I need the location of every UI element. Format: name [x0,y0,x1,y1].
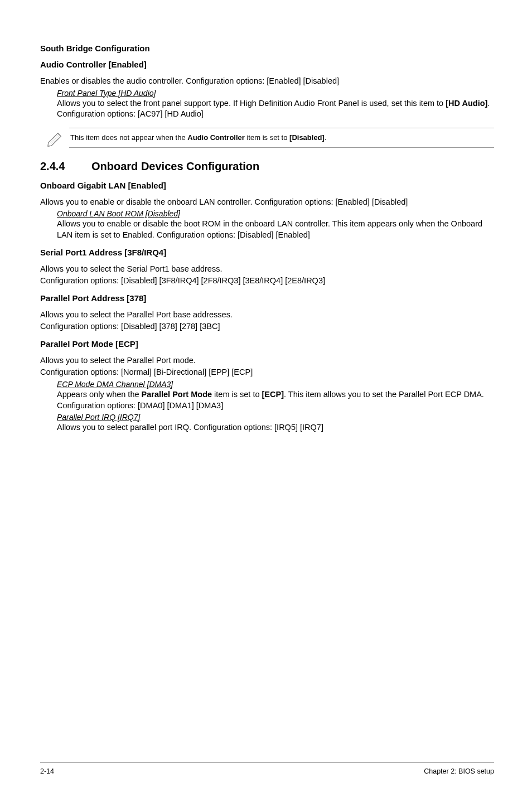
footer-chapter-label: Chapter 2: BIOS setup [424,767,494,775]
text-fragment: Appears only when the [57,390,142,399]
text-fragment: This item does not appear when the [70,133,187,142]
heading-serial-port1: Serial Port1 Address [3F8/IRQ4] [40,248,494,257]
pencil-icon [40,128,69,148]
heading-audio-controller: Audio Controller [Enabled] [40,60,494,69]
text-fragment: . [325,133,327,142]
note-text: This item does not appear when the Audio… [69,128,494,148]
text-fragment: item is set to [245,133,289,142]
paragraph-parallel-mode-b: Configuration options: [Normal] [Bi-Dire… [40,367,494,378]
paragraph-onboard-lan-boot-rom: Allows you to enable or disable the boot… [57,219,494,240]
heading-onboard-lan: Onboard Gigabit LAN [Enabled] [40,181,494,190]
note-block: This item does not appear when the Audio… [40,128,494,148]
svg-line-4 [51,136,61,143]
label-front-panel-type: Front Panel Type [HD Audio] [57,89,156,98]
paragraph-serial-port1-b: Configuration options: [Disabled] [3F8/I… [40,276,494,287]
paragraph-parallel-mode-a: Allows you to select the Parallel Port m… [40,355,494,366]
svg-line-2 [50,134,59,141]
paragraph-parallel-addr-b: Configuration options: [Disabled] [378] … [40,321,494,332]
text-bold: Parallel Port Mode [142,390,212,399]
section-heading: 2.4.4 Onboard Devices Configuration [40,160,494,173]
label-ecp-mode-dma: ECP Mode DMA Channel [DMA3] [57,380,173,389]
label-onboard-lan-boot-rom: Onboard LAN Boot ROM [Disabled] [57,209,180,218]
paragraph-front-panel-type: Allows you to select the front panel sup… [57,98,494,120]
text-fragment: item is set to [212,390,262,399]
block-ecp-mode: ECP Mode DMA Channel [DMA3] Appears only… [40,379,494,433]
text-fragment: Allows you to select the front panel sup… [57,99,446,108]
text-bold: Audio Controller [187,133,245,142]
paragraph-ecp-mode: Appears only when the Parallel Port Mode… [57,389,494,411]
heading-south-bridge: South Bridge Configuration [40,44,494,53]
footer-page-number: 2-14 [40,767,54,775]
text-bold: [ECP] [262,390,284,399]
block-onboard-lan-boot-rom: Onboard LAN Boot ROM [Disabled] Allows y… [40,209,494,240]
heading-parallel-port-mode: Parallel Port Mode [ECP] [40,339,494,349]
block-front-panel-type: Front Panel Type [HD Audio] Allows you t… [40,88,494,120]
label-parallel-port-irq: Parallel Port IRQ [IRQ7] [57,413,140,422]
svg-line-1 [48,146,52,146]
section-title: Onboard Devices Configuration [91,160,259,173]
paragraph-parallel-port-irq: Allows you to select parallel port IRQ. … [57,422,494,433]
text-bold: [HD Audio] [446,99,487,108]
paragraph-serial-port1-a: Allows you to select the Serial Port1 ba… [40,264,494,275]
paragraph-parallel-addr-a: Allows you to select the Parallel Port b… [40,310,494,321]
text-bold: [Disabled] [289,133,325,142]
paragraph-audio-controller: Enables or disables the audio controller… [40,76,494,87]
heading-parallel-port-address: Parallel Port Address [378] [40,293,494,303]
paragraph-onboard-lan: Allows you to enable or disable the onbo… [40,197,494,208]
page-footer: 2-14 Chapter 2: BIOS setup [40,762,494,775]
section-number: 2.4.4 [40,160,91,173]
